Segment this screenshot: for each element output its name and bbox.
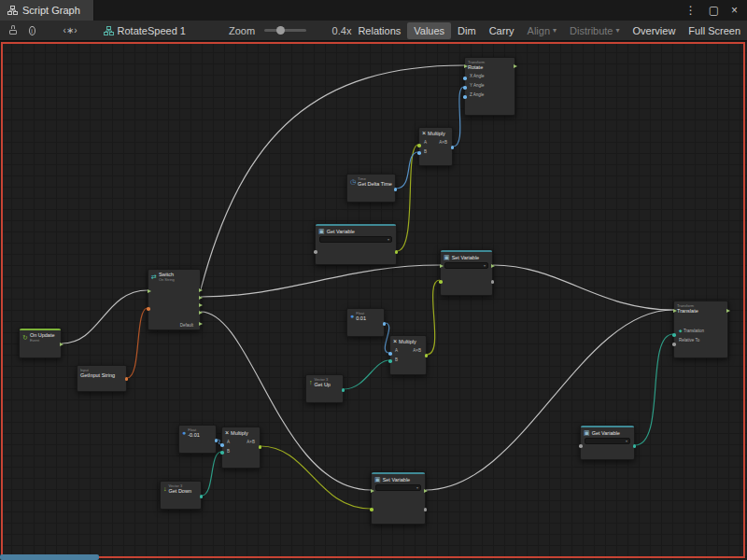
right-port[interactable] [383,322,387,326]
left-port[interactable] [579,444,583,448]
left-port[interactable] [463,95,467,99]
left-port[interactable] [220,443,224,447]
right-port[interactable] [726,309,730,313]
right-port[interactable] [199,311,203,315]
right-port[interactable] [215,439,218,442]
close-icon[interactable]: × [731,5,738,16]
toolbar-button-dim[interactable]: Dim [451,22,483,39]
wire-set-variable-bottom-to-translate[interactable] [426,310,673,490]
right-port[interactable] [425,354,429,357]
right-port[interactable] [199,303,203,307]
variable-dropdown[interactable]: ▾ [319,236,392,243]
right-port[interactable] [514,64,517,68]
wire-multiply-bottom-to-set-variable-bottom[interactable] [261,446,371,509]
variable-dropdown[interactable]: ▾ [585,438,630,444]
wire-switch-to-set-variable-mid[interactable] [201,265,440,297]
right-port[interactable] [200,495,204,498]
wire-multiply-mid-to-set-variable-mid[interactable] [427,280,440,355]
toolbar-button-distribute[interactable]: Distribute▾ [563,22,626,39]
right-port[interactable] [60,343,63,346]
node-get-delta-time[interactable]: ◷TimeGet Delta Time [346,174,396,203]
right-port[interactable] [342,388,345,392]
wire-vector3-get-down-to-multiply-bottom[interactable] [202,452,221,496]
wire-get-variable-top-to-multiply-top[interactable] [397,145,418,251]
node-set-variable-mid[interactable]: ▣Set Variable▾ [440,249,493,296]
left-port[interactable] [148,289,151,293]
node-translate[interactable]: TransformTranslate◆TranslationRelative T… [673,301,728,358]
left-port[interactable] [672,333,676,337]
graph-canvas[interactable]: ↻On UpdateEventInputGetInput String⇄Swit… [0,41,747,560]
node-switch[interactable]: ⇄SwitchOn StringDefault [148,269,201,330]
dropdown-caret-icon: ▾ [626,440,627,443]
left-port[interactable] [463,86,467,90]
right-port[interactable] [199,322,203,326]
right-port[interactable] [199,288,203,292]
graph-breadcrumb[interactable]: RotateSpeed 1 [104,25,186,36]
toolbar-button-align[interactable]: Align▾ [521,22,563,39]
left-port[interactable] [370,508,374,511]
left-port[interactable] [147,307,150,311]
right-port[interactable] [394,188,398,191]
tab-script-graph[interactable]: Script Graph [0,0,94,21]
toolbar-button-full-screen[interactable]: Full Screen [682,22,747,39]
toolbar-button-relations[interactable]: Relations [351,22,407,39]
node-set-variable-bottom[interactable]: ▣Set Variable▾ [371,471,426,525]
node-header: ×Multiply [222,427,260,437]
node-title: Set Variable [452,255,480,260]
variable-dropdown[interactable]: ▾ [444,262,488,269]
node-get-variable-right[interactable]: ▣Get Variable▾ [580,425,635,460]
maximize-icon[interactable]: ▢ [709,5,719,16]
wire-set-variable-mid-to-translate[interactable] [493,265,673,310]
right-port[interactable] [259,445,262,449]
node-float-minus-001[interactable]: ●Float-0.01 [178,425,217,454]
right-port[interactable] [491,264,495,268]
right-port[interactable] [424,489,428,493]
node-float-001[interactable]: ●Float0.01 [346,308,385,337]
left-port[interactable] [417,151,421,155]
right-port[interactable] [125,377,129,381]
left-port[interactable] [220,451,224,455]
right-port[interactable] [633,444,637,448]
wire-on-update-to-switch[interactable] [62,290,148,343]
node-get-input-string[interactable]: InputGetInput String [77,365,127,392]
wire-get-input-string-to-switch[interactable] [127,308,148,378]
right-port[interactable] [451,146,455,149]
node-vector3-get-up[interactable]: ↑Vector 3Get Up [305,374,344,403]
zoom-slider-handle[interactable] [276,26,285,35]
left-port[interactable] [371,489,374,493]
left-port[interactable] [440,264,444,268]
zoom-slider[interactable] [264,29,306,32]
node-multiply-mid[interactable]: ×MultiplyAA×BB [389,335,427,375]
node-multiply-top[interactable]: ×MultiplyAA×BB [418,127,453,166]
left-port[interactable] [314,250,317,254]
toolbar-button-carry[interactable]: Carry [483,22,521,39]
toolbar-button-overview[interactable]: Overview [627,22,683,39]
right-port[interactable] [424,508,428,511]
node-on-update[interactable]: ↻On UpdateEvent [19,328,62,358]
node-vector3-get-down[interactable]: ↓Vector 3Get Down [160,481,202,510]
right-port[interactable] [395,250,399,254]
node-rotate[interactable]: TransformRotateX AngleY AngleZ Angle [464,57,515,116]
left-port[interactable] [672,343,676,346]
left-port[interactable] [673,309,677,313]
inspect-icon[interactable]: ‹∗› [63,25,78,35]
left-port[interactable] [417,144,421,147]
wire-get-delta-time-to-multiply-top[interactable] [396,152,418,189]
left-port[interactable] [439,280,443,284]
left-port[interactable] [388,359,392,363]
node-multiply-bottom[interactable]: ×MultiplyAA×BB [221,427,261,469]
node-get-variable-top[interactable]: ▣Get Variable▾ [315,223,397,265]
lock-icon[interactable] [9,25,15,35]
wire-vector3-get-up-to-multiply-mid[interactable] [344,360,389,389]
left-port[interactable] [463,77,467,80]
info-icon[interactable]: i [29,26,35,35]
left-port[interactable] [388,352,392,356]
horizontal-scrollbar[interactable] [0,554,99,560]
wire-get-variable-right-to-translate[interactable] [635,334,673,445]
right-port[interactable] [199,296,203,300]
variable-dropdown[interactable]: ▾ [375,484,421,491]
right-port[interactable] [491,280,495,284]
menu-icon[interactable]: ⋮ [685,5,697,16]
toolbar-button-values[interactable]: Values [407,22,451,39]
left-port[interactable] [464,64,468,68]
